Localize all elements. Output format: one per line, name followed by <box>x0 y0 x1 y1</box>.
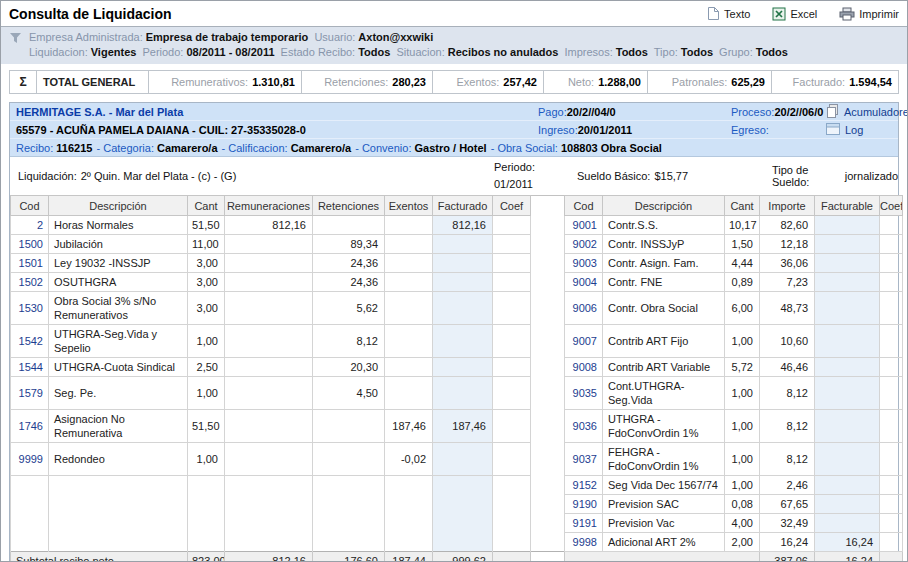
acumuladores-button[interactable]: Acumuladores <box>826 104 908 120</box>
cell-exen <box>385 533 433 552</box>
table-gap <box>531 495 565 514</box>
cell-desc <box>49 533 188 552</box>
subtotal-facturado: 999,62 <box>433 552 493 562</box>
calificacion-field: - Calificacion: Camarero/a <box>222 142 352 154</box>
cell-cant: 1,00 <box>188 377 225 410</box>
periodo-field: Periodo:01/2011 <box>494 157 535 195</box>
cell-desc: Horas Normales <box>49 216 188 235</box>
cell-cod: 9037 <box>565 443 603 476</box>
cell-cod: 9036 <box>565 410 603 443</box>
cell-cant: 1,00 <box>725 377 760 410</box>
cell-desc: Contr. Obra Social <box>603 292 725 325</box>
cell-coef <box>493 514 531 533</box>
cell-fact <box>433 443 493 476</box>
cell-fac <box>815 235 880 254</box>
total-general-bar: Σ TOTAL GENERAL Remunerativos:1.310,81 R… <box>9 70 899 94</box>
table-gap <box>531 196 565 216</box>
cell-cod <box>11 533 49 552</box>
cell-desc: Prevision SAC <box>603 495 725 514</box>
filter-label: Situacion: <box>396 46 444 58</box>
total-remunerativos: Remunerativos:1.310,81 <box>149 71 302 93</box>
cell-reten <box>313 533 385 552</box>
cell-coef <box>493 377 531 410</box>
subtotal-remuneraciones: 812,16 <box>225 552 313 562</box>
table-gap <box>531 358 565 377</box>
subtotal-importe: 387,06 <box>760 552 815 562</box>
cell-cant: 5,72 <box>725 358 760 377</box>
proceso-field: Proceso:20/2//06/0 <box>731 106 826 118</box>
acumuladores-label: Acumuladores <box>844 106 908 118</box>
table-gap <box>531 292 565 325</box>
col-header-facturado: Facturado <box>433 196 493 216</box>
cell-coef <box>880 216 903 235</box>
imprimir-label: Imprimir <box>859 8 899 20</box>
table-gap <box>531 254 565 273</box>
cell-cod: 1501 <box>11 254 49 273</box>
cell-cant: 4,00 <box>725 514 760 533</box>
cell-reten <box>313 495 385 514</box>
excel-button[interactable]: Excel <box>772 7 817 21</box>
cell-desc: Adicional ART 2% <box>603 533 725 552</box>
subtotal-cant: 823,00 <box>188 552 225 562</box>
subtotal-facturable: 16,24 <box>815 552 880 562</box>
liquidation-name: Liquidación:2º Quin. Mar del Plata - (c)… <box>18 157 236 195</box>
pago-field: Pago:20/2//04/0 <box>538 106 731 118</box>
filter-value: Todos <box>756 46 788 58</box>
cell-cant: 1,00 <box>725 476 760 495</box>
cell-cod: 9006 <box>565 292 603 325</box>
filter-label: Tipo: <box>654 46 678 58</box>
cell-cant: 6,00 <box>725 292 760 325</box>
recibo-row: Recibo: 116215 - Categoria: Camarero/a -… <box>10 139 898 157</box>
table-row: 1579Seg. Pe.1,004,509035Cont.UTHGRA-Seg.… <box>11 377 903 410</box>
cell-exen <box>385 254 433 273</box>
table-row: 1746Asignacion No Remunerativa51,50187,4… <box>11 410 903 443</box>
cell-desc: OSUTHGRA <box>49 273 188 292</box>
texto-button[interactable]: Texto <box>707 6 750 21</box>
cell-desc: Contrib ART Fijo <box>603 325 725 358</box>
filter-line-1: Empresa Administrada:Empresa de trabajo … <box>29 30 791 45</box>
cell-coef <box>880 476 903 495</box>
cell-cod: 1500 <box>11 235 49 254</box>
table-row: 1544UTHGRA-Cuota Sindical2,5020,309008Co… <box>11 358 903 377</box>
cell-remun <box>225 514 313 533</box>
cell-desc: Cont.UTHGRA-Seg.Vida <box>603 377 725 410</box>
cell-imp: 12,18 <box>760 235 815 254</box>
cell-fac <box>815 443 880 476</box>
col-header-descripción: Descripción <box>603 196 725 216</box>
cell-imp: 32,49 <box>760 514 815 533</box>
cell-reten <box>313 476 385 495</box>
cell-coef <box>493 495 531 514</box>
filter-label: Grupo: <box>719 46 753 58</box>
filter-value: Recibos no anulados <box>448 46 559 58</box>
cell-imp: 48,73 <box>760 292 815 325</box>
cell-desc <box>49 495 188 514</box>
cell-coef <box>880 533 903 552</box>
cell-remun <box>225 325 313 358</box>
cell-cant: 1,00 <box>725 443 760 476</box>
imprimir-button[interactable]: Imprimir <box>839 7 899 21</box>
log-label: Log <box>845 124 863 136</box>
filter-icon[interactable] <box>9 30 22 60</box>
cell-cant: 2,00 <box>725 533 760 552</box>
cell-coef <box>880 377 903 410</box>
col-header-facturable: Facturable <box>815 196 880 216</box>
cell-cod: 9004 <box>565 273 603 292</box>
cell-fac <box>815 476 880 495</box>
cell-cod: 9998 <box>565 533 603 552</box>
table-row: 9191Prevision Vac4,0032,49 <box>11 514 903 533</box>
cell-imp: 46,46 <box>760 358 815 377</box>
cell-cod: 9001 <box>565 216 603 235</box>
log-button[interactable]: Log <box>826 123 863 137</box>
text-file-icon <box>707 6 720 21</box>
excel-icon <box>772 7 786 21</box>
categoria-field: - Categoria: Camarero/a <box>96 142 217 154</box>
cell-cant: 3,00 <box>188 292 225 325</box>
cell-fact <box>433 495 493 514</box>
cell-desc: UTHGRA-Cuota Sindical <box>49 358 188 377</box>
total-facturado: Facturado:1.594,54 <box>772 71 898 93</box>
cell-cant: 51,50 <box>188 216 225 235</box>
company-row: HERMITAGE S.A. - Mar del Plata Pago:20/2… <box>10 103 898 121</box>
filter-value: Empresa de trabajo temporario <box>146 31 309 43</box>
filter-value: 08/2011 - 08/2011 <box>186 46 274 58</box>
cell-fac <box>815 495 880 514</box>
